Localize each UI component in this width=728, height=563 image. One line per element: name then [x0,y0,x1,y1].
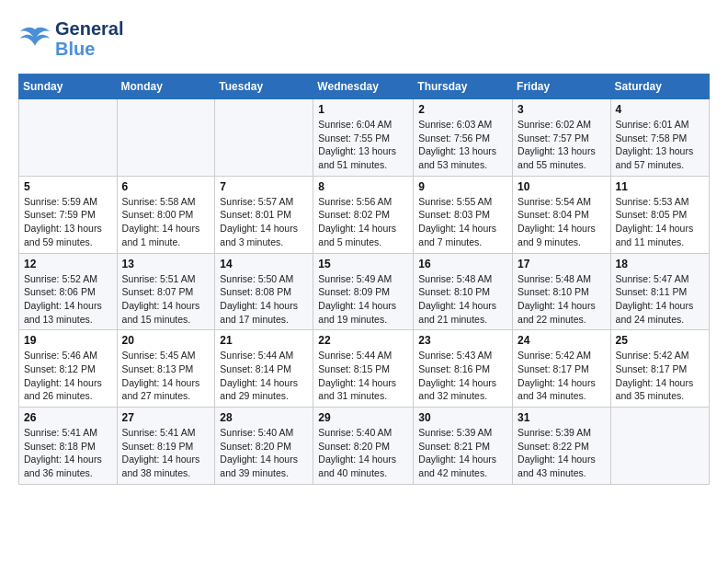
column-header-monday: Monday [117,75,215,99]
day-number: 29 [318,411,408,424]
day-info: Sunrise: 5:45 AM Sunset: 8:13 PM Dayligh… [122,349,210,403]
calendar-week-row: 26Sunrise: 5:41 AM Sunset: 8:18 PM Dayli… [19,408,710,485]
calendar-day-6: 6Sunrise: 5:58 AM Sunset: 8:00 PM Daylig… [117,176,215,253]
calendar-day-3: 3Sunrise: 6:02 AM Sunset: 7:57 PM Daylig… [513,99,611,177]
day-info: Sunrise: 5:56 AM Sunset: 8:02 PM Dayligh… [318,195,408,249]
day-info: Sunrise: 5:41 AM Sunset: 8:18 PM Dayligh… [24,426,112,480]
calendar-day-16: 16Sunrise: 5:48 AM Sunset: 8:10 PM Dayli… [414,253,513,330]
calendar-day-28: 28Sunrise: 5:40 AM Sunset: 8:20 PM Dayli… [215,408,313,485]
day-info: Sunrise: 5:52 AM Sunset: 8:06 PM Dayligh… [24,272,112,327]
day-info: Sunrise: 6:01 AM Sunset: 7:58 PM Dayligh… [616,118,704,172]
day-number: 3 [518,103,606,116]
day-number: 17 [518,258,606,270]
day-number: 12 [24,258,112,270]
calendar-week-row: 1Sunrise: 6:04 AM Sunset: 7:55 PM Daylig… [19,99,710,177]
logo: General Blue [18,18,123,59]
calendar-day-17: 17Sunrise: 5:48 AM Sunset: 8:10 PM Dayli… [513,253,611,330]
day-number: 28 [220,411,308,424]
day-number: 22 [318,334,408,347]
calendar-day-2: 2Sunrise: 6:03 AM Sunset: 7:56 PM Daylig… [414,99,513,177]
calendar-day-15: 15Sunrise: 5:49 AM Sunset: 8:09 PM Dayli… [313,253,414,330]
calendar-day-19: 19Sunrise: 5:46 AM Sunset: 8:12 PM Dayli… [19,330,118,408]
day-number: 16 [418,258,507,270]
day-number: 21 [220,334,308,347]
calendar-day-4: 4Sunrise: 6:01 AM Sunset: 7:58 PM Daylig… [610,99,709,177]
day-number: 1 [318,103,408,116]
day-info: Sunrise: 6:03 AM Sunset: 7:56 PM Dayligh… [418,118,507,172]
day-number: 4 [616,103,704,116]
day-info: Sunrise: 5:58 AM Sunset: 8:00 PM Dayligh… [122,195,210,249]
day-number: 31 [518,411,606,424]
day-number: 10 [518,180,606,193]
calendar-day-12: 12Sunrise: 5:52 AM Sunset: 8:06 PM Dayli… [19,253,118,330]
day-number: 14 [220,258,308,270]
day-info: Sunrise: 5:54 AM Sunset: 8:04 PM Dayligh… [518,195,606,249]
calendar-day-23: 23Sunrise: 5:43 AM Sunset: 8:16 PM Dayli… [414,330,513,408]
calendar-week-row: 12Sunrise: 5:52 AM Sunset: 8:06 PM Dayli… [19,253,710,330]
day-number: 24 [518,334,606,347]
day-info: Sunrise: 5:42 AM Sunset: 8:17 PM Dayligh… [616,349,704,403]
day-info: Sunrise: 5:42 AM Sunset: 8:17 PM Dayligh… [518,349,606,403]
calendar-empty-cell [19,99,118,177]
calendar-day-11: 11Sunrise: 5:53 AM Sunset: 8:05 PM Dayli… [610,176,709,253]
calendar-day-9: 9Sunrise: 5:55 AM Sunset: 8:03 PM Daylig… [414,176,513,253]
day-number: 27 [122,411,210,424]
day-info: Sunrise: 5:53 AM Sunset: 8:05 PM Dayligh… [616,195,704,249]
calendar-day-22: 22Sunrise: 5:44 AM Sunset: 8:15 PM Dayli… [313,330,414,408]
calendar-day-21: 21Sunrise: 5:44 AM Sunset: 8:14 PM Dayli… [215,330,313,408]
day-number: 15 [318,258,408,270]
day-number: 5 [24,180,112,193]
calendar-day-1: 1Sunrise: 6:04 AM Sunset: 7:55 PM Daylig… [313,99,414,177]
calendar-day-10: 10Sunrise: 5:54 AM Sunset: 8:04 PM Dayli… [513,176,611,253]
calendar-empty-cell [610,408,709,485]
day-number: 23 [418,334,507,347]
day-number: 19 [24,334,112,347]
day-info: Sunrise: 5:41 AM Sunset: 8:19 PM Dayligh… [122,426,210,480]
day-number: 13 [122,258,210,270]
day-info: Sunrise: 5:40 AM Sunset: 8:20 PM Dayligh… [220,426,308,480]
logo-blue: Blue [55,39,95,59]
day-info: Sunrise: 6:02 AM Sunset: 7:57 PM Dayligh… [518,118,606,172]
day-info: Sunrise: 5:48 AM Sunset: 8:10 PM Dayligh… [518,272,606,327]
column-header-thursday: Thursday [414,75,513,99]
calendar-day-26: 26Sunrise: 5:41 AM Sunset: 8:18 PM Dayli… [19,408,118,485]
calendar-empty-cell [215,99,313,177]
day-number: 7 [220,180,308,193]
day-info: Sunrise: 5:44 AM Sunset: 8:15 PM Dayligh… [318,349,408,403]
day-info: Sunrise: 5:47 AM Sunset: 8:11 PM Dayligh… [616,272,704,327]
day-number: 30 [418,411,507,424]
calendar-day-24: 24Sunrise: 5:42 AM Sunset: 8:17 PM Dayli… [513,330,611,408]
day-info: Sunrise: 5:40 AM Sunset: 8:20 PM Dayligh… [318,426,408,480]
calendar-day-20: 20Sunrise: 5:45 AM Sunset: 8:13 PM Dayli… [117,330,215,408]
calendar-day-8: 8Sunrise: 5:56 AM Sunset: 8:02 PM Daylig… [313,176,414,253]
day-info: Sunrise: 5:55 AM Sunset: 8:03 PM Dayligh… [418,195,507,249]
day-info: Sunrise: 5:57 AM Sunset: 8:01 PM Dayligh… [220,195,308,249]
day-number: 25 [616,334,704,347]
calendar-day-18: 18Sunrise: 5:47 AM Sunset: 8:11 PM Dayli… [610,253,709,330]
calendar-day-14: 14Sunrise: 5:50 AM Sunset: 8:08 PM Dayli… [215,253,313,330]
calendar-table: SundayMondayTuesdayWednesdayThursdayFrid… [18,74,710,485]
day-number: 9 [418,180,507,193]
day-info: Sunrise: 5:50 AM Sunset: 8:08 PM Dayligh… [220,272,308,327]
calendar-header-row: SundayMondayTuesdayWednesdayThursdayFrid… [19,75,710,99]
day-number: 11 [616,180,704,193]
day-info: Sunrise: 5:39 AM Sunset: 8:22 PM Dayligh… [518,426,606,480]
calendar-day-5: 5Sunrise: 5:59 AM Sunset: 7:59 PM Daylig… [19,176,118,253]
calendar-day-31: 31Sunrise: 5:39 AM Sunset: 8:22 PM Dayli… [513,408,611,485]
day-number: 18 [616,258,704,270]
day-info: Sunrise: 5:48 AM Sunset: 8:10 PM Dayligh… [418,272,507,327]
calendar-week-row: 19Sunrise: 5:46 AM Sunset: 8:12 PM Dayli… [19,330,710,408]
calendar-day-27: 27Sunrise: 5:41 AM Sunset: 8:19 PM Dayli… [117,408,215,485]
column-header-saturday: Saturday [610,75,709,99]
day-info: Sunrise: 5:49 AM Sunset: 8:09 PM Dayligh… [318,272,408,327]
page-header: General Blue [18,18,710,59]
day-number: 2 [418,103,507,116]
column-header-sunday: Sunday [19,75,118,99]
day-info: Sunrise: 5:46 AM Sunset: 8:12 PM Dayligh… [24,349,112,403]
calendar-empty-cell [117,99,215,177]
calendar-day-25: 25Sunrise: 5:42 AM Sunset: 8:17 PM Dayli… [610,330,709,408]
calendar-week-row: 5Sunrise: 5:59 AM Sunset: 7:59 PM Daylig… [19,176,710,253]
day-number: 20 [122,334,210,347]
day-info: Sunrise: 6:04 AM Sunset: 7:55 PM Dayligh… [318,118,408,172]
calendar-day-29: 29Sunrise: 5:40 AM Sunset: 8:20 PM Dayli… [313,408,414,485]
